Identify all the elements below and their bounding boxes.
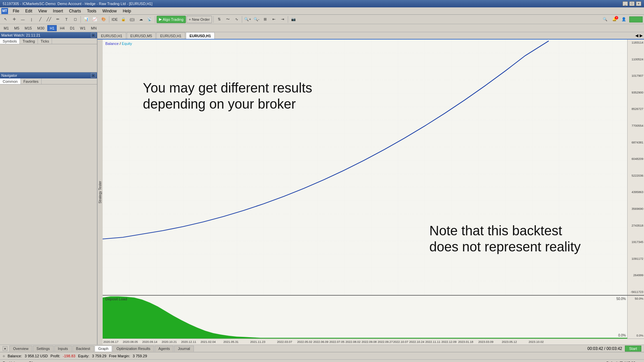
tab-trading[interactable]: Trading <box>20 38 38 44</box>
toolbar-bar[interactable]: 📈 <box>91 16 99 23</box>
tab-journal[interactable]: Journal <box>174 346 194 352</box>
tab-ticks[interactable]: Ticks <box>38 38 52 44</box>
app-logo: MT <box>1 8 8 14</box>
y-value-7: 6874381 <box>628 141 643 144</box>
market-watch-title: Market Watch: 21:11:21 <box>1 33 40 37</box>
notifications-button[interactable]: 🔔3 <box>610 16 619 23</box>
tf-m1[interactable]: M1 <box>1 25 11 31</box>
x-date-3: 2020.09.14 <box>142 340 157 344</box>
toolbar-zigzag[interactable]: ⇅ <box>215 16 223 23</box>
toolbar-hline[interactable]: — <box>19 16 27 23</box>
navigator-close[interactable]: × <box>91 73 96 78</box>
toolbar-scroll-left[interactable]: ⇤ <box>270 16 278 23</box>
tf-d1[interactable]: D1 <box>68 25 77 31</box>
chart-tab-3[interactable]: EURUSD,H1 <box>156 32 185 39</box>
toolbar-color[interactable]: 🎨 <box>100 16 108 23</box>
toolbar-grid[interactable]: ⊞ <box>261 16 269 23</box>
annotation1: You may get different results depending … <box>143 80 351 112</box>
right-toolbar: 🔍 🔔3 👤 <box>601 16 643 23</box>
toolbar-scroll-right[interactable]: ⇥ <box>278 16 286 23</box>
equity-label: Equity: <box>78 354 90 358</box>
free-margin-value: 3 759.29 <box>132 354 147 358</box>
tab-favorites[interactable]: Favorites <box>21 78 42 84</box>
tab-graph[interactable]: Graph <box>95 346 112 352</box>
menu-charts[interactable]: Charts <box>66 8 84 14</box>
toolbar-arrow[interactable]: ↖ <box>1 16 9 23</box>
toolbar-bracket[interactable]: (()) <box>128 16 136 23</box>
y-value-1: 1183114 <box>628 41 643 44</box>
main-area: Market Watch: 21:11:21 × Symbols Trading… <box>0 32 644 345</box>
tab-symbols[interactable]: Symbols <box>0 38 20 44</box>
new-order-label: New Order <box>192 17 210 21</box>
tf-w1[interactable]: W1 <box>78 25 88 31</box>
toolbar-cloud[interactable]: ☁ <box>137 16 145 23</box>
tab-optimization-results[interactable]: Optimization Results <box>113 346 154 352</box>
chart-tab-2[interactable]: EURUSD,M5 <box>127 32 156 39</box>
toolbar-trendline[interactable]: ╱ <box>36 16 44 23</box>
menu-window[interactable]: Window <box>100 8 119 14</box>
toolbar-shapes[interactable]: ◻ <box>71 16 79 23</box>
y-value-16: -5611723 <box>628 290 643 294</box>
toolbar-zoom-out[interactable]: 🔍- <box>252 16 260 23</box>
tf-mn[interactable]: MN <box>89 25 99 31</box>
lower-chart[interactable]: Deposit Load 50.0% 0.0% 50.0% 0.0% <box>103 295 644 339</box>
toolbar-screenshot[interactable]: 📷 <box>289 16 298 23</box>
x-date-12: 2022.07.05 <box>329 340 344 344</box>
menu-edit[interactable]: Edit <box>22 8 35 14</box>
toolbar-vline[interactable]: | <box>28 16 36 23</box>
tab-overview[interactable]: Overview <box>9 346 32 352</box>
menu-bar: MT File Edit View Insert Charts Tools Wi… <box>0 7 644 15</box>
tab-common[interactable]: Common <box>0 78 21 84</box>
menu-file[interactable]: File <box>10 8 22 14</box>
profit-label: Profit: <box>51 354 60 358</box>
chart-tab-1[interactable]: EURUSD,H1 <box>97 32 126 39</box>
tf-m15[interactable]: M15 <box>22 25 34 31</box>
tab-backtest[interactable]: Backtest <box>72 346 94 352</box>
toolbar-crosshair[interactable]: ✛ <box>10 16 18 23</box>
bottom-panel-close[interactable]: × <box>3 346 7 351</box>
x-date-9: 2022.03.07 <box>277 340 292 344</box>
tf-h1[interactable]: H1 <box>47 25 57 31</box>
toolbar-channel[interactable]: ╱╱ <box>45 16 53 23</box>
new-order-button[interactable]: + New Order <box>186 16 212 23</box>
toolbar-ide[interactable]: IDE <box>111 16 119 23</box>
chart-tab-4[interactable]: EURUSD,H1 <box>186 32 215 39</box>
toolbar-zoom-in[interactable]: 🔍+ <box>244 16 252 23</box>
toolbar-wave[interactable]: 〜 <box>224 16 232 23</box>
menu-help[interactable]: Help <box>120 8 134 14</box>
tab-settings[interactable]: Settings <box>33 346 54 352</box>
default-text: Default <box>606 361 618 362</box>
account-button[interactable]: 👤 <box>620 16 628 23</box>
navigator-title: Navigator <box>1 73 17 77</box>
market-watch-close[interactable]: × <box>91 33 96 38</box>
toolbar-lock[interactable]: 🔒 <box>119 16 127 23</box>
toolbar-text[interactable]: T <box>62 16 70 23</box>
x-date-4: 2020.10.21 <box>162 340 177 344</box>
toolbar-sep4 <box>213 16 214 23</box>
minimize-button[interactable]: _ <box>623 1 628 6</box>
main-chart[interactable]: Balance / Equity You may get different r… <box>103 40 644 295</box>
start-button[interactable]: Start <box>625 346 641 352</box>
tf-h4[interactable]: H4 <box>57 25 67 31</box>
search-button[interactable]: 🔍 <box>601 16 609 23</box>
close-button[interactable]: × <box>636 1 641 6</box>
tf-m30[interactable]: M30 <box>35 25 47 31</box>
tab-agents[interactable]: Agents <box>155 346 173 352</box>
toolbar-pencil[interactable]: ✏ <box>54 16 62 23</box>
y-value-4: 9352900 <box>628 91 643 94</box>
tab-inputs[interactable]: Inputs <box>54 346 72 352</box>
menu-tools[interactable]: Tools <box>84 8 99 14</box>
chart-scroll-right[interactable]: ▶ <box>640 33 643 38</box>
tf-m5[interactable]: M5 <box>12 25 21 31</box>
algo-trading-button[interactable]: ▶ Algo Trading <box>157 16 186 23</box>
play-icon: ▶ <box>159 17 162 21</box>
toolbar-candle[interactable]: 📊 <box>82 16 90 23</box>
chart-y-axis: 1183114 1100524 1017907 9352900 8526727 … <box>627 40 644 295</box>
chart-scroll-left[interactable]: ◀ <box>635 33 638 38</box>
title-bar-controls[interactable]: _ □ × <box>623 1 641 6</box>
maximize-button[interactable]: □ <box>629 1 635 6</box>
toolbar-signal[interactable]: 📡 <box>146 16 154 23</box>
menu-view[interactable]: View <box>36 8 50 14</box>
menu-insert[interactable]: Insert <box>50 8 66 14</box>
toolbar-wave2[interactable]: ∿ <box>232 16 240 23</box>
